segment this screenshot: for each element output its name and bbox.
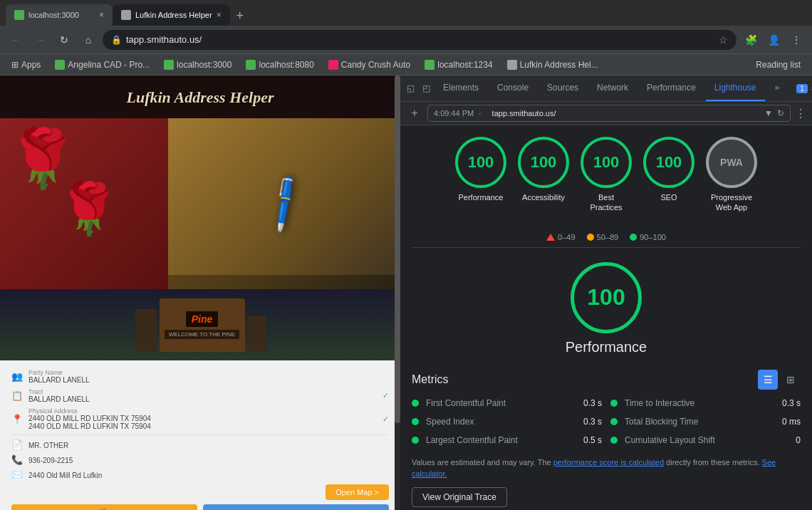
browser-chrome: localhost:3000 × Lufkin Address Helper ×… [0,0,812,76]
bookmark-localhost1234-icon [425,60,434,70]
tab-elements[interactable]: Elements [434,76,487,101]
tab-sources[interactable]: Sources [538,76,587,101]
form-row-tract: 📋 Tract BALLARD LANELL ✓ [11,388,389,403]
tab-more[interactable]: » [766,76,788,101]
tab-close-lufkin[interactable]: × [217,10,222,20]
audit-url-input[interactable] [486,105,761,122]
bookmarks-bar: ⊞ Apps Angelina CAD - Pro... localhost:3… [0,54,812,76]
performance-score-link[interactable]: performance score is calculated [553,458,664,467]
address2-value: 2440 OLD MILL RD LUFKIN TX 75904 [28,422,377,430]
score-value-performance: 100 [468,153,494,172]
tab-console[interactable]: Console [489,76,537,101]
big-score-area: 100 Performance [412,262,801,355]
devtools-dock-icon-1[interactable]: ◱ [403,81,417,95]
audit-timestamp: 4:09:44 PM [434,109,474,118]
legend-good: 90–100 [630,233,666,241]
big-score-label: Performance [566,339,647,355]
bookmark-localhost3000[interactable]: localhost:3000 [158,58,237,71]
bookmark-candy-label: Candy Crush Auto [341,60,410,70]
theater-welcome-text: WELCOME TO THE PINE [165,330,239,339]
bookmark-localhost8080-label: localhost:8080 [259,60,313,70]
refresh-button[interactable]: ↻ [54,30,74,50]
form-row-party-name: 👥 Party Name BALLARD LANELL [11,369,389,384]
metric-fcp-dot [412,400,419,407]
metric-tti-name: Time to Interactive [625,398,694,408]
audit-separator: - [478,107,482,120]
account-button[interactable]: 👤 [764,30,784,50]
forward-button[interactable]: → [30,30,50,50]
address-bar[interactable]: 🔒 tapp.smithauto.us/ ☆ [103,30,736,50]
scroll-indicator[interactable] [395,76,400,510]
bookmark-angelina[interactable]: Angelina CAD - Pro... [49,58,155,71]
bookmark-localhost8080[interactable]: localhost:8080 [240,58,319,71]
audit-more-icon[interactable]: ⋮ [795,107,806,120]
nav-bar: ← → ↻ ⌂ 🔒 tapp.smithauto.us/ ☆ 🧩 👤 ⋮ [0,26,812,54]
view-trace-button[interactable]: View Original Trace [412,487,507,507]
form-divider [11,434,389,435]
metric-si-dot [412,418,419,425]
bookmark-star-icon[interactable]: ☆ [719,34,728,46]
right-panel-devtools: ◱ ◰ Elements Console Sources Net [400,76,812,510]
tab-network[interactable]: Network [588,76,637,101]
metric-si-value: 0.3 s [583,417,602,427]
tract-label: Tract [28,388,377,395]
home-form-button[interactable]: 🏠 [11,504,197,510]
metric-cls: Cumulative Layout Shift 0 [610,435,801,445]
score-seo: 100 SEO [643,137,694,202]
tab-sources-label: Sources [547,83,578,93]
metric-cls-name: Cumulative Layout Shift [625,435,715,445]
tab-lufkin[interactable]: Lufkin Address Helper × [113,4,230,26]
legend-triangle-icon [546,234,555,241]
metric-tbt: Total Blocking Time 0 ms [610,417,801,427]
main-area: Lufkin Address Helper 🌹 🖊️ [0,76,812,510]
party-name-label: Party Name [28,369,389,376]
physical-address-label: Physical Address [28,407,377,415]
lighthouse-content: 100 Performance 100 Accessibility 100 Be… [400,125,812,510]
tab-performance[interactable]: Performance [638,76,704,101]
address1-value: 2440 OLD MILL RD LUFKIN TX 75904 [28,415,377,422]
tract-check-icon: ✓ [382,391,389,400]
open-map-button[interactable]: Open Map > [326,484,389,500]
tab-close-localhost[interactable]: × [99,10,104,20]
legend-good-dot [630,234,637,241]
reading-list-button[interactable]: Reading list [750,58,806,71]
form-buttons: Open Map > [11,484,389,500]
audit-add-button[interactable]: + [406,105,423,122]
bookmark-apps[interactable]: ⊞ Apps [6,58,46,71]
metrics-treemap-view-button[interactable]: ⊞ [781,370,801,390]
tract-icon: 📋 [11,390,23,401]
form-action-buttons: 🏠 > [11,504,389,510]
audit-clear-icon[interactable]: ▼ [764,108,773,118]
score-label-pwa: Progressive Web App [707,192,756,213]
new-tab-button[interactable]: + [230,6,250,26]
devtools-tabs: Elements Console Sources Network Perform [434,76,788,101]
bookmark-localhost1234[interactable]: localhost:1234 [419,58,498,71]
next-form-button[interactable]: > [203,504,389,510]
metrics-list-view-button[interactable]: ☰ [758,370,778,390]
metric-tti-value: 0.3 s [782,398,801,408]
audit-reload-icon[interactable]: ↻ [777,108,784,118]
theater-area: Pine WELCOME TO THE PINE [0,289,400,360]
bookmark-angelina-label: Angelina CAD - Pro... [68,60,150,70]
bookmark-apps-icon: ⊞ [11,60,19,70]
tab-localhost[interactable]: localhost:3000 × [6,4,113,26]
tab-more-icon: » [775,83,780,93]
home-button[interactable]: ⌂ [78,30,98,50]
extensions-button[interactable]: 🧩 [741,30,761,50]
metric-tbt-dot [610,418,618,425]
lock-icon: 🔒 [111,35,122,45]
mail-value: 2440 Old Mill Rd Lufkin [28,472,102,479]
menu-button[interactable]: ⋮ [786,30,806,50]
hero-area: 🌹 🖊️ [0,118,400,289]
back-button[interactable]: ← [6,30,26,50]
devtools-dock-icon-2[interactable]: ◰ [419,81,433,95]
metrics-title: Metrics [412,373,449,386]
metric-si: Speed Index 0.3 s [412,417,602,427]
form-row-mail: ✉️ 2440 Old Mill Rd Lufkin [11,469,389,480]
tab-lighthouse[interactable]: Lighthouse [706,76,765,101]
bookmark-localhost8080-icon [246,60,256,70]
score-circle-performance: 100 [455,137,506,188]
form-row-address1: 📍 Physical Address 2440 OLD MILL RD LUFK… [11,407,389,430]
bookmark-candy-crush[interactable]: Candy Crush Auto [323,58,416,71]
bookmark-lufkin[interactable]: Lufkin Address Hel... [501,58,604,71]
